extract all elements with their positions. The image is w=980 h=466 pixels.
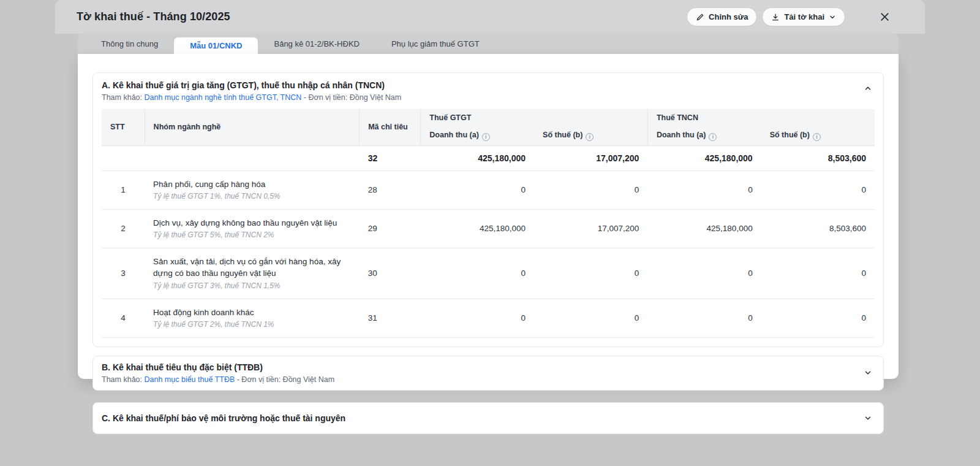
table-row: 4Hoạt động kinh doanh khácTỷ lệ thuế GTG…: [102, 299, 875, 337]
tax-rate-note: Tỷ lệ thuế GTGT 2%, thuế TNCN 1%: [153, 320, 351, 330]
business-group-name: Hoạt động kinh doanh khác: [153, 307, 351, 319]
section-a-header: A. Kê khai thuế giá trị gia tăng (GTGT),…: [102, 80, 875, 102]
tax-rate-note: Tỷ lệ thuế GTGT 1%, thuế TNCN 0,5%: [153, 192, 351, 202]
business-group-name: Dịch vụ, xây dựng không bao thầu nguyên …: [153, 217, 351, 229]
col-header-gtgt: Thuế GTGT: [421, 109, 648, 126]
section-c-card: C. Kê khai thuế/phí bảo vệ môi trường ho…: [92, 402, 884, 434]
total-gtgt-tax: 17,007,200: [534, 145, 647, 170]
modal-header: Tờ khai thuế - Tháng 10/2025 Chỉnh sửa T…: [55, 0, 925, 34]
row-gtgt-revenue: 0: [421, 248, 534, 299]
row-gtgt-revenue: 0: [421, 299, 534, 337]
row-group-name: Phân phối, cung cấp hàng hóaTỷ lệ thuế G…: [145, 170, 360, 209]
row-tncn-revenue: 0: [647, 170, 761, 209]
col-header-tncn-tax: Số thuế (b)i: [761, 126, 875, 145]
row-gtgt-revenue: 0: [421, 170, 534, 209]
row-group-name: Sản xuất, vận tải, dịch vụ có gắn với hà…: [145, 248, 360, 299]
download-button-label: Tải tờ khai: [784, 12, 824, 21]
row-stt: 2: [102, 209, 145, 248]
reference-suffix: - Đơn vị tiền: Đồng Việt Nam: [235, 375, 334, 384]
table-row: 2Dịch vụ, xây dựng không bao thầu nguyên…: [102, 209, 875, 248]
row-group-name: Dịch vụ, xây dựng không bao thầu nguyên …: [145, 209, 360, 248]
chevron-up-icon: [864, 84, 872, 93]
business-group-name: Sản xuất, vận tải, dịch vụ có gắn với hà…: [153, 256, 351, 280]
tab-mau-01-cnkd[interactable]: Mẫu 01/CNKD: [174, 37, 258, 54]
row-tncn-tax: 0: [761, 170, 875, 209]
ttdb-catalog-link[interactable]: Danh mục biểu thuế TTĐB: [144, 375, 235, 384]
row-tncn-revenue: 425,180,000: [647, 209, 761, 248]
row-code: 31: [360, 299, 421, 337]
section-a-title: A. Kê khai thuế giá trị gia tăng (GTGT),…: [102, 80, 401, 90]
reference-prefix: Tham khảo:: [102, 375, 144, 384]
row-gtgt-tax: 0: [534, 170, 647, 209]
section-a-collapse-button[interactable]: [861, 82, 875, 95]
business-group-name: Phân phối, cung cấp hàng hóa: [153, 178, 351, 191]
row-code: 28: [360, 170, 421, 209]
table-row: 1Phân phối, cung cấp hàng hóaTỷ lệ thuế …: [102, 170, 875, 209]
row-code: 30: [360, 248, 421, 299]
row-gtgt-revenue: 425,180,000: [421, 209, 534, 248]
section-b-title: B. Kê khai thuế tiêu thụ đặc biệt (TTĐB): [102, 362, 334, 372]
info-icon[interactable]: i: [482, 133, 490, 141]
download-icon: [771, 13, 780, 21]
section-a-card: A. Kê khai thuế giá trị gia tăng (GTGT),…: [92, 72, 884, 347]
reference-prefix: Tham khảo:: [102, 93, 144, 102]
chevron-down-icon: [864, 414, 872, 422]
col-header-stt: STT: [102, 109, 145, 145]
total-tncn-revenue: 425,180,000: [647, 145, 761, 170]
section-c-title: C. Kê khai thuế/phí bảo vệ môi trường ho…: [102, 413, 345, 423]
row-gtgt-tax: 0: [534, 299, 647, 337]
page-title: Tờ khai thuế - Tháng 10/2025: [77, 10, 230, 23]
tax-rate-note: Tỷ lệ thuế GTGT 5%, thuế TNCN 2%: [153, 231, 351, 240]
row-tncn-tax: 0: [761, 299, 875, 337]
info-icon[interactable]: i: [813, 133, 821, 141]
gtgt-tncn-catalog-link[interactable]: Danh mục ngành nghề tính thuế GTGT, TNCN: [144, 93, 301, 102]
table-row: 3Sản xuất, vận tải, dịch vụ có gắn với h…: [102, 248, 875, 299]
row-tncn-revenue: 0: [647, 248, 761, 299]
tax-rate-note: Tỷ lệ thuế GTGT 3%, thuế TNCN 1,5%: [153, 281, 351, 291]
info-icon[interactable]: i: [709, 133, 717, 141]
total-row: 32 425,180,000 17,007,200 425,180,000 8,…: [102, 145, 875, 170]
row-gtgt-tax: 0: [534, 248, 647, 299]
col-header-tncn-revenue: Doanh thu (a)i: [647, 126, 761, 145]
row-gtgt-tax: 17,007,200: [534, 209, 647, 248]
row-tncn-revenue: 0: [647, 299, 761, 337]
section-b-reference: Tham khảo: Danh mục biểu thuế TTĐB - Đơn…: [102, 375, 334, 384]
close-icon: [880, 12, 890, 22]
tab-bar: Thông tin chung Mẫu 01/CNKD Bảng kê 01-2…: [78, 34, 899, 54]
col-header-gtgt-tax: Số thuế (b)i: [534, 126, 647, 145]
row-stt: 4: [102, 299, 145, 337]
info-icon[interactable]: i: [586, 133, 594, 141]
edit-button[interactable]: Chỉnh sửa: [687, 7, 757, 26]
row-group-name: Hoạt động kinh doanh khácTỷ lệ thuế GTGT…: [145, 299, 360, 337]
section-c-expand-button[interactable]: [861, 411, 875, 425]
row-tncn-tax: 0: [761, 248, 875, 299]
reference-suffix: - Đơn vị tiền: Đồng Việt Nam: [301, 93, 401, 102]
col-header-tncn: Thuế TNCN: [647, 109, 875, 126]
total-gtgt-revenue: 425,180,000: [421, 145, 534, 170]
section-b-card: B. Kê khai thuế tiêu thụ đặc biệt (TTĐB)…: [92, 356, 884, 391]
total-tncn-tax: 8,503,600: [761, 145, 875, 170]
tab-thong-tin-chung[interactable]: Thông tin chung: [85, 34, 174, 54]
row-stt: 1: [102, 170, 145, 209]
close-button[interactable]: [878, 11, 891, 23]
col-header-group: Nhóm ngành nghề: [145, 109, 360, 145]
row-stt: 3: [102, 248, 145, 299]
col-header-code: Mã chỉ tiêu: [360, 109, 421, 145]
section-b-expand-button[interactable]: [861, 366, 875, 380]
download-declaration-button[interactable]: Tải tờ khai: [762, 7, 845, 26]
tab-bang-ke-01-2[interactable]: Bảng kê 01-2/BK-HĐKD: [258, 34, 375, 54]
tax-declaration-table: STT Nhóm ngành nghề Mã chỉ tiêu Thuế GTG…: [102, 109, 875, 338]
edit-button-label: Chỉnh sửa: [709, 12, 748, 21]
tab-content-panel: A. Kê khai thuế giá trị gia tăng (GTGT),…: [78, 54, 899, 379]
tax-table-body: 32 425,180,000 17,007,200 425,180,000 8,…: [102, 145, 875, 337]
pencil-icon: [696, 13, 704, 21]
row-code: 29: [360, 209, 421, 248]
col-header-gtgt-revenue: Doanh thu (a)i: [421, 126, 534, 145]
chevron-down-icon: [829, 13, 836, 21]
total-code: 32: [360, 145, 421, 170]
header-actions: Chỉnh sửa Tải tờ khai: [687, 7, 891, 26]
chevron-down-icon: [864, 369, 872, 377]
section-a-reference: Tham khảo: Danh mục ngành nghề tính thuế…: [102, 93, 401, 102]
tab-phu-luc-giam-thue[interactable]: Phụ lục giảm thuế GTGT: [375, 34, 496, 54]
row-tncn-tax: 8,503,600: [761, 209, 875, 248]
